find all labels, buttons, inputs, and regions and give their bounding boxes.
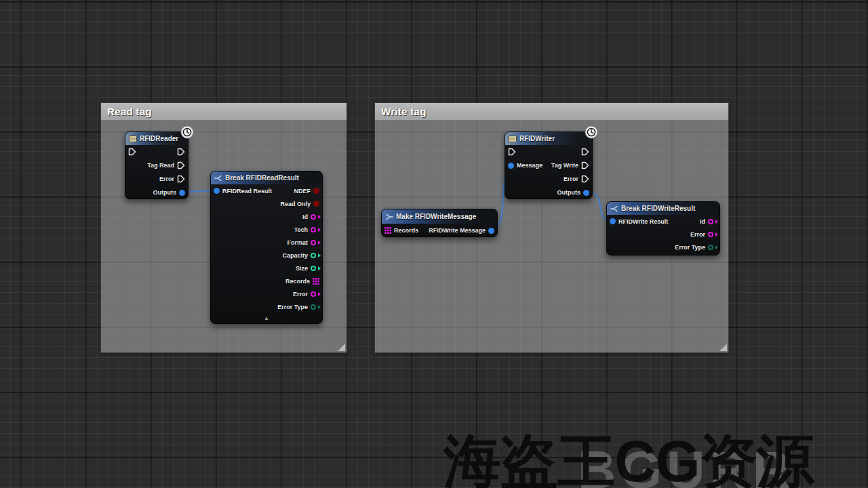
pin-label: Error: [690, 231, 705, 238]
node-header[interactable]: Make RFIDWriteMessage: [382, 209, 497, 224]
pin-label: NDEF: [294, 188, 311, 195]
pin-label: RFIDWrite Result: [618, 218, 668, 225]
make-struct-icon: [385, 213, 393, 221]
node-rfid-reader[interactable]: RFIDReader Tag Read Error Outputs: [125, 131, 189, 199]
comment-title-text: Write tag: [381, 106, 427, 117]
rfidwrite-message-output-pin[interactable]: [488, 228, 494, 234]
break-struct-icon: [214, 174, 222, 182]
pin-label: Format: [287, 239, 308, 246]
blueprint-graph-canvas[interactable]: Read tag Write tag RFIDReader: [0, 0, 868, 488]
pin-label: Capacity: [282, 252, 308, 259]
pin-label: Id: [700, 218, 705, 225]
pin-label: Error: [293, 291, 308, 298]
records-array-pin[interactable]: [313, 278, 319, 285]
exec-input-pin[interactable]: [508, 148, 516, 156]
outputs-struct-pin[interactable]: [179, 190, 185, 196]
format-string-pin[interactable]: [311, 240, 316, 245]
tag-read-exec-pin[interactable]: [177, 161, 185, 169]
pin-label: RFIDWrite Message: [429, 227, 486, 234]
pin-label: Tag Read: [147, 162, 174, 169]
read-only-bool-pin[interactable]: [313, 201, 319, 207]
id-string-pin[interactable]: [708, 219, 713, 224]
watermark-text: 海盗王CG资源: [443, 423, 814, 488]
error-string-pin[interactable]: [708, 232, 713, 237]
exec-output-pin[interactable]: [177, 148, 185, 156]
pin-label: RFIDRead Result: [222, 188, 272, 195]
node-break-rfid-read-result[interactable]: Break RFIDReadResult RFIDRead Result NDE…: [210, 171, 323, 324]
comment-title-bar[interactable]: Write tag: [375, 103, 728, 121]
pin-label: Records: [394, 227, 418, 234]
rfidread-result-input-pin[interactable]: [214, 188, 220, 194]
node-break-rfid-write-result[interactable]: Break RFIDWriteResult RFIDWrite Result I…: [606, 201, 720, 256]
comment-resize-handle[interactable]: [338, 344, 345, 351]
latent-clock-icon: [180, 125, 194, 139]
pin-label: Id: [302, 214, 308, 220]
comment-title-text: Read tag: [107, 106, 152, 117]
capacity-int-pin[interactable]: [311, 253, 316, 258]
latent-clock-icon: [585, 125, 598, 139]
pin-label: Error: [159, 176, 174, 182]
collapse-arrow[interactable]: ▲: [211, 313, 322, 323]
pin-label: Outputs: [153, 189, 177, 196]
tag-write-exec-pin[interactable]: [581, 161, 589, 169]
error-exec-pin[interactable]: [177, 175, 185, 183]
error-type-enum-pin[interactable]: [311, 304, 316, 310]
pin-label: Error: [564, 176, 578, 182]
node-header[interactable]: Break RFIDWriteResult: [607, 202, 719, 215]
error-exec-pin[interactable]: [581, 175, 589, 183]
node-make-rfid-write-message[interactable]: Make RFIDWriteMessage Records RFIDWrite …: [381, 209, 498, 237]
function-icon: [129, 135, 137, 143]
node-title: Break RFIDReadResult: [225, 174, 299, 182]
outputs-struct-pin[interactable]: [583, 190, 589, 196]
pin-label: Tech: [294, 226, 308, 233]
function-icon: [509, 135, 517, 143]
pin-label: Read Only: [280, 201, 311, 207]
node-title: RFIDWriter: [519, 135, 555, 142]
comment-resize-handle[interactable]: [719, 344, 727, 351]
pin-label: Tag Write: [551, 162, 578, 169]
pin-label: Error Type: [277, 304, 308, 310]
records-array-pin[interactable]: [384, 227, 391, 234]
pin-label: Size: [296, 265, 308, 272]
node-header[interactable]: RFIDWriter: [505, 132, 592, 145]
exec-output-pin[interactable]: [581, 148, 589, 156]
node-header[interactable]: RFIDReader: [125, 132, 188, 145]
node-rfid-writer[interactable]: RFIDWriter Message Tag Write Error Outpu…: [505, 131, 593, 199]
error-type-enum-pin[interactable]: [708, 245, 713, 250]
pin-label: Message: [517, 162, 542, 169]
tech-string-pin[interactable]: [311, 227, 316, 232]
id-string-pin[interactable]: [311, 214, 316, 220]
node-title: Make RFIDWriteMessage: [396, 213, 476, 220]
exec-input-pin[interactable]: [128, 148, 136, 156]
pin-label: Outputs: [557, 189, 581, 196]
message-struct-pin[interactable]: [508, 163, 514, 169]
node-title: RFIDReader: [140, 135, 178, 142]
node-header[interactable]: Break RFIDReadResult: [211, 171, 322, 184]
rfidwrite-result-input-pin[interactable]: [610, 218, 616, 224]
ndef-bool-pin[interactable]: [313, 188, 319, 194]
size-int-pin[interactable]: [311, 266, 316, 271]
error-string-pin[interactable]: [311, 291, 316, 297]
comment-title-bar[interactable]: Read tag: [101, 103, 347, 121]
break-struct-icon: [610, 205, 618, 213]
pin-label: Error Type: [675, 244, 705, 251]
node-title: Break RFIDWriteResult: [621, 205, 695, 212]
pin-label: Records: [285, 278, 310, 285]
